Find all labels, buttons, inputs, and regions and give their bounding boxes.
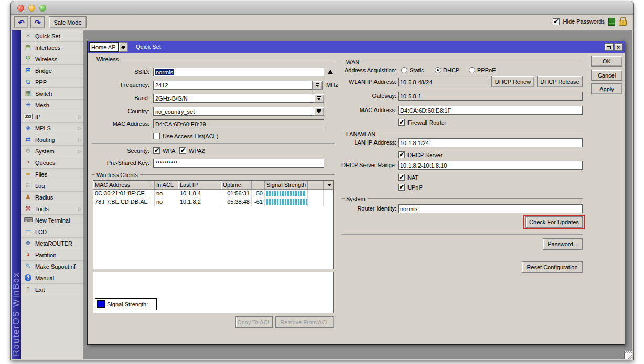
switch-icon: ▦ — [24, 89, 33, 98]
check-for-updates-button[interactable]: Check For Updates — [525, 216, 583, 228]
frequency-input[interactable]: 2412 — [153, 81, 312, 90]
sidebar-item-files[interactable]: ▰Files — [21, 169, 83, 180]
undo-button[interactable]: ↶ — [14, 16, 28, 28]
frequency-dropdown-icon[interactable] — [312, 81, 323, 90]
static-radio[interactable] — [401, 67, 407, 73]
sidebar-item-switch[interactable]: ▦Switch — [21, 88, 83, 100]
country-dropdown-icon[interactable] — [314, 107, 324, 116]
sidebar-item-label: Partition — [35, 252, 56, 258]
lan-ip-input[interactable]: 10.1.8.1/24 — [398, 138, 583, 147]
hide-passwords-checkbox[interactable] — [553, 18, 560, 25]
sidebar-item-exit[interactable]: ▯Exit — [21, 284, 83, 295]
wpa-checkbox[interactable] — [153, 147, 160, 154]
column-header-blank-6[interactable] — [308, 181, 324, 189]
profile-combo[interactable]: Home AP — [89, 42, 128, 52]
submenu-arrow-icon: ▷ — [78, 126, 82, 131]
sidebar-item-label: IP — [35, 114, 40, 120]
wan-mac-input[interactable]: D4:CA:6D:60:E8:1F — [398, 106, 583, 115]
sidebar-item-wireless[interactable]: ΨWireless — [21, 53, 83, 65]
sidebar-item-ppp[interactable]: ⧉PPP — [21, 76, 83, 88]
dialog-titlebar[interactable]: Home AP Quick Set × — [88, 41, 625, 53]
lcd-icon: ▭ — [24, 227, 33, 236]
close-window-icon[interactable] — [17, 5, 24, 12]
sidebar-item-metarouter[interactable]: ❖MetaROUTER — [21, 238, 83, 249]
sidebar-item-ip[interactable]: 255IP▷ — [21, 111, 83, 123]
column-header-blank-4[interactable] — [252, 181, 265, 189]
pre-shared-key-input[interactable]: ********** — [153, 159, 324, 168]
ssid-up-arrow-icon[interactable] — [328, 70, 333, 74]
sidebar-item-mesh[interactable]: ✳Mesh — [21, 100, 83, 111]
safe-mode-button[interactable]: Safe Mode — [49, 16, 87, 28]
ip-icon: 255 — [24, 114, 33, 119]
column-header-signal-strength[interactable]: Signal Strength — [265, 181, 308, 189]
ok-button[interactable]: OK — [591, 56, 622, 67]
sidebar-item-make-supout-rif[interactable]: ✎Make Supout.rif — [21, 261, 83, 272]
sidebar-item-manual[interactable]: ?Manual — [21, 272, 83, 284]
password-button[interactable]: Password... — [543, 238, 583, 250]
cancel-button[interactable]: Cancel — [591, 70, 622, 81]
column-header-uptime[interactable]: Uptime — [221, 181, 252, 189]
dhcp-release-button[interactable]: DHCP Release — [537, 76, 583, 87]
router-identity-input[interactable]: normis — [398, 204, 583, 213]
sidebar-item-tools[interactable]: ⚒Tools▷ — [21, 203, 83, 215]
sidebar-item-radius[interactable]: ♟Radius — [21, 192, 83, 203]
sidebar-item-mpls[interactable]: ◈MPLS▷ — [21, 123, 83, 134]
wireless-client-row[interactable]: 0C:30:21:01:8E:CEno10.1.8.401:56:31-50 — [93, 190, 333, 198]
secure-session-lock-icon — [619, 20, 627, 26]
band-select[interactable]: 2GHz-B/G/N — [153, 94, 324, 103]
column-options-dropdown-icon[interactable] — [324, 181, 334, 189]
sidebar-item-quick-set[interactable]: ✶Quick Set — [21, 30, 83, 42]
copy-to-acl-button[interactable]: Copy To ACL — [235, 316, 273, 328]
dhcp-radio[interactable] — [435, 67, 441, 73]
sort-ascending-icon: △ — [149, 183, 153, 187]
band-dropdown-icon[interactable] — [314, 94, 324, 103]
dialog-maximize-button[interactable] — [605, 43, 613, 51]
nat-label: NAT — [407, 174, 418, 181]
wpa2-checkbox[interactable] — [179, 147, 186, 154]
sidebar-item-queues[interactable]: ◔Queues — [21, 157, 83, 169]
signal-strength-swatch — [97, 300, 105, 308]
client-cell: -61 — [252, 198, 265, 206]
client-cell: 01:56:31 — [221, 190, 252, 198]
wpa-label: WPA — [163, 148, 175, 154]
ssid-input[interactable]: normis — [153, 68, 324, 76]
client-cell: 05:38:48 — [221, 198, 252, 206]
sidebar-item-bridge[interactable]: ⊞Bridge — [21, 65, 83, 76]
sidebar-item-routing[interactable]: ⇄Routing▷ — [21, 134, 83, 146]
redo-button[interactable]: ↷ — [30, 16, 45, 28]
quick-set-dialog: Home AP Quick Set × Wireless SSID: normi… — [87, 41, 625, 345]
zoom-window-icon[interactable] — [39, 5, 46, 12]
dhcp-server-checkbox[interactable] — [398, 151, 405, 158]
reset-configuration-button[interactable]: Reset Configuration — [522, 261, 583, 273]
wireless-client-row[interactable]: 78:F7:BE:CD:DB:AEno10.1.8.205:38:48-61 — [93, 198, 333, 206]
dialog-close-button[interactable]: × — [614, 43, 622, 51]
dhcp-range-input[interactable]: 10.1.8.2-10.1.8.10 — [398, 161, 583, 170]
sidebar-item-lcd[interactable]: ▭LCD — [21, 226, 83, 238]
sidebar-item-partition[interactable]: ◕Partition — [21, 249, 83, 261]
column-header-in-acl[interactable]: In ACL — [155, 181, 178, 189]
profile-dropdown-icon[interactable] — [119, 42, 128, 52]
firewall-router-checkbox[interactable] — [398, 119, 405, 126]
column-header-mac-address[interactable]: MAC Address△ — [93, 181, 155, 189]
sidebar-item-system[interactable]: ⚙System▷ — [21, 146, 83, 157]
remove-from-acl-button[interactable]: Remove From ACL — [275, 316, 334, 328]
sidebar-item-interfaces[interactable]: ▤Interfaces — [21, 42, 83, 53]
use-access-list-checkbox[interactable] — [153, 133, 160, 139]
sidebar-item-log[interactable]: ☰Log — [21, 180, 83, 192]
sidebar-item-label: New Terminal — [35, 217, 70, 224]
column-header-last-ip[interactable]: Last IP — [178, 181, 221, 189]
profile-value[interactable]: Home AP — [89, 42, 119, 52]
minimize-window-icon[interactable] — [28, 5, 35, 12]
wireless-clients-group-header: Wireless Clients — [92, 172, 335, 178]
sidebar-item-label: Exit — [35, 286, 45, 293]
sidebar-item-new-terminal[interactable]: ⌨New Terminal — [21, 215, 83, 226]
resize-grip[interactable] — [624, 351, 632, 359]
bridge-icon: ⊞ — [24, 66, 33, 75]
country-select[interactable]: no_country_set — [153, 107, 324, 116]
safe-mode-label: Safe Mode — [53, 19, 81, 26]
dhcp-renew-button[interactable]: DHCP Renew — [491, 76, 534, 87]
nat-checkbox[interactable] — [398, 174, 405, 181]
pppoe-radio[interactable] — [469, 67, 475, 73]
upnp-checkbox[interactable] — [398, 184, 405, 191]
apply-button[interactable]: Apply — [591, 83, 622, 94]
